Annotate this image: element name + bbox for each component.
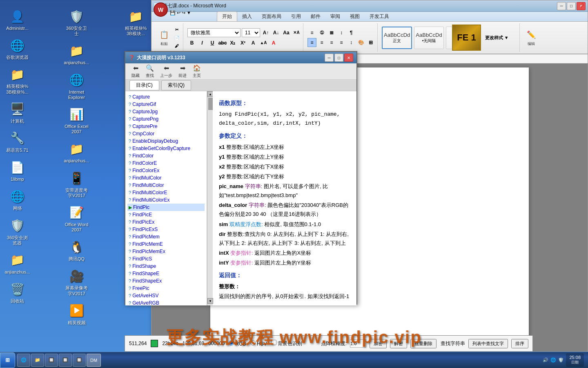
toc-item-freepic[interactable]: ? FreePic [127, 285, 205, 292]
taskbar-app-5[interactable]: 🔲 [73, 354, 86, 367]
desktop-icon-libmp[interactable]: 📄 1libmp [2, 157, 33, 184]
desktop-icon-anjianzhu2[interactable]: 📁 anjianzhus... [61, 40, 92, 67]
office-logo[interactable]: W [154, 2, 168, 17]
toc-item-findshapee[interactable]: ? FindShapeE [127, 270, 205, 277]
align-left-button[interactable]: ≡ [307, 38, 316, 47]
help-content[interactable]: 函数原型： long FindPic(x1, y1, x2, y2, pic_n… [213, 91, 356, 305]
numbering-button[interactable]: ① [317, 28, 326, 37]
cut-button[interactable]: ✂ [173, 26, 181, 33]
style-normal-button[interactable]: AaBbCcDd 正文 [382, 27, 412, 49]
change-styles-button[interactable]: 更改样式 ▼ [477, 27, 517, 49]
sort-button[interactable]: 排序 [511, 339, 528, 348]
toc-item-capturepng[interactable]: ? CapturePng [127, 115, 205, 123]
toc-item-findpic[interactable]: ▶ FindPic [127, 204, 205, 211]
desktop-icon-excel[interactable]: 📊 Office Excel2007 [61, 104, 92, 137]
help-hide-button[interactable]: ⬅ 隐藏 [129, 63, 142, 79]
desktop-icon-recycle[interactable]: 🗑️ 回收站 [2, 279, 33, 306]
decrypt-button[interactable]: 解密 [390, 339, 407, 348]
help-button[interactable]: ❓ [577, 2, 586, 10]
help-back-button[interactable]: ⬅ 上一步 [158, 63, 174, 79]
desktop-icon-admin[interactable]: 👤 Administr... [2, 6, 33, 33]
toc-item-findpicmem[interactable]: ? FindPicMem [127, 233, 205, 240]
align-center-button[interactable]: ≡ [317, 38, 326, 47]
help-toc[interactable]: ? Capture ? CaptureGif ? CaptureJpg ? Ca… [125, 91, 207, 305]
help-find-button[interactable]: 🔍 查找 [144, 63, 156, 79]
tab-toc[interactable]: 目录(C) [129, 80, 159, 90]
desktop-icon-360safe[interactable]: 🛡️ 360安全卫士 [61, 6, 92, 38]
desktop-icon-qq[interactable]: 🐧 腾讯QQ [61, 237, 92, 264]
quick-undo[interactable]: ↩ [177, 10, 180, 16]
tab-view[interactable]: 视图 [345, 12, 365, 21]
toc-item-enabledisplaydebug[interactable]: ? EnableDisplayDebug [127, 137, 205, 145]
text-effect-button[interactable]: A [249, 38, 258, 47]
desktop-icon-network[interactable]: 🌐 网络 [2, 186, 33, 213]
help-minimize-button[interactable]: ─ [325, 54, 334, 62]
paste-button[interactable]: 📋 粘贴 [157, 28, 172, 47]
justify-button[interactable]: ≡ [337, 38, 346, 47]
help-close-button[interactable]: ✕ [344, 54, 353, 62]
help-toc-scrollbar[interactable]: ▲ ▼ [207, 91, 213, 305]
desktop-icon-chrome[interactable]: 🌐 谷歌浏览器 [2, 35, 33, 62]
taskbar-clock[interactable]: 25:08 日期 [566, 353, 584, 367]
rgb-radio[interactable] [229, 340, 234, 346]
toc-item-getavergb[interactable]: ? GetAveRGB [127, 299, 205, 305]
taskbar-app-ie[interactable]: 🌐 [17, 354, 30, 367]
toc-item-findpicex[interactable]: ? FindPicEx [127, 218, 205, 226]
desktop-icon-tongbu[interactable]: 📱 安带进度考字V2017 [61, 168, 92, 200]
toc-item-findpicmemex[interactable]: ? FindPicMemEx [127, 248, 205, 255]
toc-item-findpicmeme[interactable]: ? FindPicMemE [127, 240, 205, 248]
start-button[interactable]: ⊞ [0, 352, 15, 368]
tab-insert[interactable]: 插入 [237, 12, 257, 21]
border-button[interactable]: ⊞ [366, 38, 375, 47]
help-maximize-button[interactable]: □ [334, 54, 343, 62]
toc-item-enablegetcolor[interactable]: ? EnableGetColorByCapture [127, 145, 205, 152]
minimize-button[interactable]: ─ [557, 2, 566, 10]
clear-format-button[interactable]: ✕A [292, 28, 301, 37]
tab-layout[interactable]: 页面布局 [257, 12, 286, 21]
toc-item-getavehsv[interactable]: ? GetAveHSV [127, 292, 205, 299]
tab-dev[interactable]: 开发工具 [365, 12, 394, 21]
toc-item-findpicexs[interactable]: ? FindPicExS [127, 226, 205, 233]
quick-dropdown[interactable]: ▼ [187, 10, 191, 16]
quick-save[interactable]: 💾 [170, 10, 176, 16]
toc-item-findshape[interactable]: ? FindShape [127, 263, 205, 270]
toc-item-findmulticolore[interactable]: ? FindMultiColorE [127, 189, 205, 196]
maximize-button[interactable]: □ [567, 2, 576, 10]
toc-item-capturejpg[interactable]: ? CaptureJpg [127, 108, 205, 115]
desktop-icon-video[interactable]: ▶️ 精英视频 [61, 301, 92, 328]
toc-item-findcolore[interactable]: ? FindColorE [127, 159, 205, 167]
highlight-button[interactable]: ▲A [259, 38, 268, 47]
font-color-button[interactable]: A [269, 38, 278, 47]
underline-button[interactable]: U [208, 38, 217, 47]
search-text-button[interactable]: 列表中查找文字 [468, 339, 508, 348]
desktop-icon-anjianzhu[interactable]: 📁 anjianzhus... [2, 250, 33, 277]
toc-item-capturepre[interactable]: ? CapturePre [127, 123, 205, 130]
density-input[interactable] [350, 339, 366, 348]
encrypt-button[interactable]: 加密 [370, 339, 387, 348]
desktop-icon-computer[interactable]: 🖥️ 计算机 [2, 99, 33, 126]
toc-item-findpice[interactable]: ? FindPicE [127, 211, 205, 218]
toc-item-findcolor[interactable]: ? FindColor [127, 152, 205, 159]
desktop-icon-luyin[interactable]: 🎥 屏幕录像考字V2017 [61, 266, 92, 298]
font-size-select[interactable]: 11 [242, 28, 260, 37]
desktop-icon-anjianzhu3[interactable]: 📁 anjianzhus... [61, 139, 92, 166]
font-family-select[interactable]: 微软雅黑 [187, 28, 241, 37]
tab-mail[interactable]: 邮件 [306, 12, 325, 21]
help-home-button[interactable]: 🏠 主页 [191, 63, 203, 79]
toc-item-findmulcolor[interactable]: ? FindMulColor [127, 174, 205, 182]
taskbar-app-3[interactable]: 🔲 [45, 354, 58, 367]
shading-button[interactable]: 🎨 [356, 38, 365, 47]
taskbar-app-folder[interactable]: 📁 [31, 354, 44, 367]
strikethrough-button[interactable]: abc [218, 38, 227, 47]
hsv-radio[interactable] [250, 340, 256, 346]
batch-delete-button[interactable]: 批量删除 [410, 339, 437, 348]
desktop-icon-yiyu[interactable]: 🔧 易语言5.71 [2, 128, 33, 155]
align-right-button[interactable]: ≡ [327, 38, 336, 47]
bullets-button[interactable]: ≡ [307, 28, 316, 37]
superscript-button[interactable]: X² [238, 38, 247, 47]
tab-review[interactable]: 审阅 [325, 12, 345, 21]
toc-item-capturegif[interactable]: ? CaptureGif [127, 101, 205, 108]
desktop-icon-word[interactable]: 📝 Office Word2007 [61, 202, 92, 235]
edit-button[interactable]: ✏️ 编辑 [524, 28, 539, 47]
taskbar-app-dm[interactable]: DM [87, 354, 101, 367]
